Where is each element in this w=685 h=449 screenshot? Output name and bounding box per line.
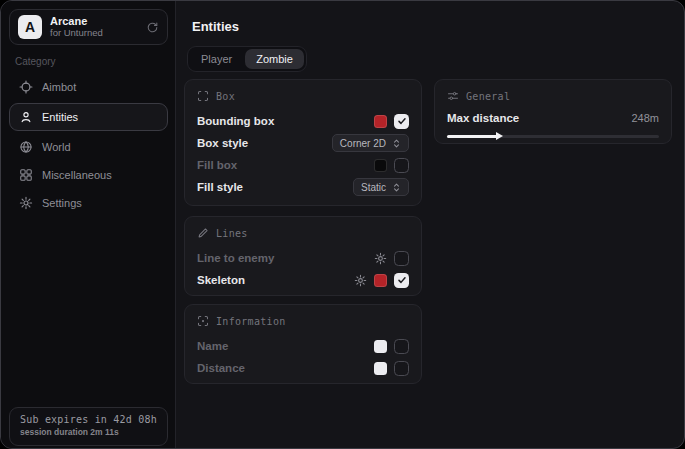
crosshair-icon [19, 80, 33, 94]
panel-title: Lines [216, 228, 248, 239]
check-icon [397, 275, 407, 285]
tab-zombie[interactable]: Zombie [245, 49, 304, 69]
main-content: Entities Player Zombie Box Bounding box [177, 1, 684, 448]
general-panel: General Max distance 248m [434, 79, 672, 144]
max-distance-row: Max distance 248m [447, 109, 659, 127]
pencil-line-icon [197, 227, 209, 239]
name-checkbox[interactable] [394, 339, 409, 354]
sub-expiry-text: Sub expires in 42d 08h [20, 414, 157, 425]
name-color-swatch[interactable] [374, 340, 387, 353]
information-panel-header: Information [197, 314, 409, 328]
page-title: Entities [192, 19, 239, 34]
box-panel-header: Box [197, 89, 409, 103]
app-subtitle: for Unturned [50, 28, 138, 39]
line-to-enemy-label: Line to enemy [197, 252, 374, 264]
sidebar-item-entities[interactable]: Entities [9, 103, 168, 131]
sidebar-nav: Aimbot Entities World Miscellaneous [9, 73, 168, 217]
category-label: Category [15, 56, 56, 67]
session-duration-text: session duration 2m 11s [20, 427, 157, 437]
app-title: Arcane [50, 15, 138, 28]
slider-handle[interactable] [496, 132, 503, 140]
fill-box-label: Fill box [197, 159, 374, 171]
line-to-enemy-row: Line to enemy [197, 247, 409, 269]
max-distance-slider[interactable] [447, 132, 659, 141]
distance-row: Distance [197, 357, 409, 379]
sidebar-item-label: Settings [42, 197, 82, 209]
skeleton-color-swatch[interactable] [374, 274, 387, 287]
bounding-box-label: Bounding box [197, 115, 374, 127]
fill-style-value: Static [361, 182, 386, 193]
fill-style-label: Fill style [197, 181, 353, 193]
distance-label: Distance [197, 362, 374, 374]
box-style-dropdown[interactable]: Corner 2D [332, 134, 409, 152]
corner-brackets-icon [197, 90, 209, 102]
panel-title: Information [216, 316, 286, 327]
fill-style-row: Fill style Static [197, 176, 409, 198]
globe-icon [19, 140, 33, 154]
grid-icon [19, 168, 33, 182]
sidebar-item-world[interactable]: World [9, 133, 168, 161]
box-style-value: Corner 2D [340, 138, 386, 149]
information-panel: Information Name Distance [184, 304, 422, 384]
box-style-row: Box style Corner 2D [197, 132, 409, 154]
app-header-card: A Arcane for Unturned [9, 9, 168, 45]
refresh-icon[interactable] [146, 21, 159, 34]
general-panel-header: General [447, 89, 659, 103]
entities-icon [19, 110, 33, 124]
line-settings-gear-icon[interactable] [374, 252, 387, 265]
bounding-box-row: Bounding box [197, 110, 409, 132]
max-distance-label: Max distance [447, 112, 631, 124]
information-icon [197, 315, 209, 327]
sidebar-item-label: Aimbot [42, 81, 76, 93]
name-label: Name [197, 340, 374, 352]
entity-tabs: Player Zombie [187, 46, 307, 72]
fill-style-dropdown[interactable]: Static [353, 178, 409, 196]
subscription-card: Sub expires in 42d 08h session duration … [9, 407, 168, 446]
check-icon [397, 116, 407, 126]
fill-box-color-swatch[interactable] [374, 159, 387, 172]
fill-box-checkbox[interactable] [394, 158, 409, 173]
sidebar-item-label: World [42, 141, 71, 153]
name-row: Name [197, 335, 409, 357]
chevrons-up-down-icon [392, 182, 401, 193]
line-to-enemy-checkbox[interactable] [394, 251, 409, 266]
box-style-label: Box style [197, 137, 332, 149]
panel-title: Box [216, 91, 235, 102]
app-window: A Arcane for Unturned Category Aimbot [0, 0, 685, 449]
app-header-text: Arcane for Unturned [50, 15, 138, 39]
lines-panel-header: Lines [197, 226, 409, 240]
bounding-box-color-swatch[interactable] [374, 115, 387, 128]
chevrons-up-down-icon [392, 138, 401, 149]
sidebar-item-aimbot[interactable]: Aimbot [9, 73, 168, 101]
panel-title: General [466, 91, 510, 102]
skeleton-settings-gear-icon[interactable] [354, 274, 367, 287]
sidebar-item-miscellaneous[interactable]: Miscellaneous [9, 161, 168, 189]
sliders-icon [447, 90, 459, 102]
fill-box-row: Fill box [197, 154, 409, 176]
app-logo: A [18, 15, 42, 39]
skeleton-checkbox[interactable] [394, 273, 409, 288]
gear-icon [19, 196, 33, 210]
sidebar: A Arcane for Unturned Category Aimbot [1, 1, 176, 448]
box-panel: Box Bounding box Box style [184, 79, 422, 206]
distance-checkbox[interactable] [394, 361, 409, 376]
skeleton-row: Skeleton [197, 269, 409, 291]
skeleton-label: Skeleton [197, 274, 354, 286]
tab-player[interactable]: Player [190, 49, 243, 69]
lines-panel: Lines Line to enemy Skeleton [184, 216, 422, 296]
sidebar-item-label: Miscellaneous [42, 169, 112, 181]
slider-fill [447, 135, 498, 138]
distance-color-swatch[interactable] [374, 362, 387, 375]
sidebar-item-settings[interactable]: Settings [9, 189, 168, 217]
bounding-box-checkbox[interactable] [394, 114, 409, 129]
max-distance-value: 248m [631, 112, 659, 124]
sidebar-item-label: Entities [42, 111, 78, 123]
